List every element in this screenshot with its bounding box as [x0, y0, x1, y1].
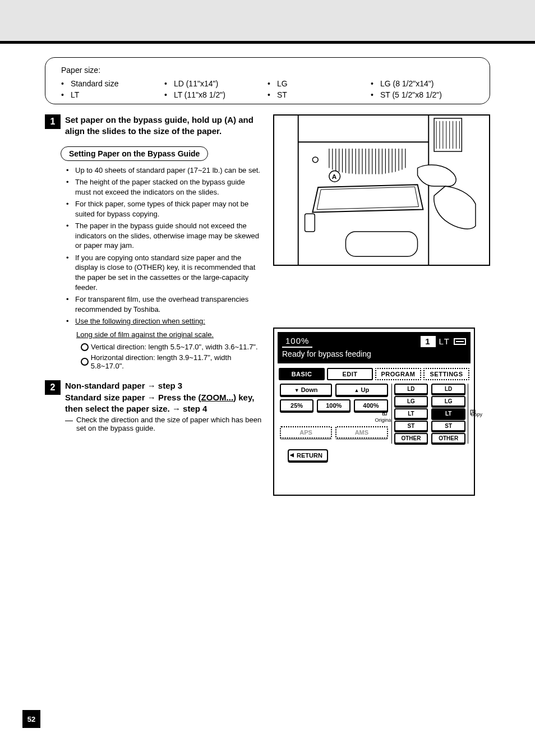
- tip-direction-v: Vertical direction: length 5.5~17.0", wi…: [45, 343, 262, 351]
- step-text: Non-standard paper → step 3 Standard siz…: [65, 380, 262, 414]
- original-icon: ◱: [382, 409, 387, 416]
- svg-rect-3: [434, 118, 462, 151]
- down-button[interactable]: ▼ Down: [280, 384, 332, 396]
- size-item: LT: [61, 90, 164, 99]
- svg-point-13: [312, 157, 318, 163]
- size-item: Standard size: [61, 79, 164, 88]
- tip: The paper in the bypass guide should not…: [66, 221, 262, 251]
- paper-size-indicator: LT: [439, 336, 450, 347]
- orig-other-button[interactable]: OTHER: [394, 433, 428, 444]
- tip-direction-h: Horizontal direction: length 3.9~11.7", …: [45, 353, 262, 370]
- tip: For thick paper, some types of thick pap…: [66, 199, 262, 219]
- tip: The height of the paper stacked on the b…: [66, 177, 262, 197]
- tab-basic[interactable]: BASIC: [279, 368, 325, 380]
- tip-direction-lead: Use the following direction when setting…: [75, 317, 205, 325]
- step-number: 2: [45, 380, 61, 395]
- lcd-panel: 100% 1 LT Ready for bypass feeding BASIC…: [273, 328, 475, 496]
- size-item: ST (5 1/2"x8 1/2"): [371, 90, 474, 99]
- orig-ld-button[interactable]: LD: [394, 384, 428, 394]
- left-column: 1 Set paper on the bypass guide, hold up…: [45, 114, 262, 496]
- copy-ld-button[interactable]: LD: [431, 384, 465, 394]
- step-1: 1 Set paper on the bypass guide, hold up…: [45, 114, 262, 137]
- original-label: Original: [375, 417, 393, 423]
- header-band: [0, 0, 535, 41]
- copy-other-button[interactable]: OTHER: [431, 433, 465, 444]
- tip-sub-c: Horizontal direction: length 3.9~11.7", …: [91, 353, 262, 370]
- size-item: LT (11"x8 1/2"): [164, 90, 268, 99]
- step-number: 1: [45, 114, 61, 129]
- orig-lg-button[interactable]: LG: [394, 396, 428, 407]
- lcd-status-bar: 100% 1 LT Ready for bypass feeding: [278, 332, 471, 363]
- tip-sub-b: Vertical direction: length 5.5~17.0", wi…: [91, 343, 258, 351]
- svg-text:A: A: [332, 173, 337, 181]
- size-item: LG: [268, 79, 371, 88]
- tip-sub-a: Long side of film against the original s…: [45, 330, 262, 340]
- tips-heading: Setting Paper on the Bypass Guide: [61, 146, 208, 161]
- radio-icon: [81, 343, 89, 351]
- tip-direction: Use the following direction when setting…: [66, 316, 262, 326]
- copy-st-button[interactable]: ST: [431, 421, 465, 431]
- size-item: ST: [268, 90, 371, 99]
- printer-illustration: A: [273, 114, 490, 266]
- ams-button[interactable]: AMS: [335, 426, 388, 439]
- right-column: A 100% 1 LT Re: [273, 114, 490, 496]
- svg-rect-16: [305, 214, 315, 232]
- tip: For transparent film, use the overhead t…: [66, 294, 262, 314]
- tips-list: Up to 40 sheets of standard paper (17~21…: [50, 165, 262, 326]
- tab-edit[interactable]: EDIT: [327, 368, 373, 380]
- return-button[interactable]: RETURN: [288, 449, 328, 462]
- copy-lg-button[interactable]: LG: [431, 396, 465, 407]
- zoom-100-button[interactable]: 100%: [317, 399, 350, 412]
- copy-lt-button[interactable]: LT: [431, 408, 465, 419]
- step2-note: — Check the direction and the size of pa…: [45, 416, 262, 432]
- tab-settings[interactable]: SETTINGS: [423, 368, 469, 380]
- radio-icon: [81, 358, 89, 366]
- tab-program[interactable]: PROGRAM: [375, 368, 421, 380]
- zoom-percent: 100%: [282, 335, 312, 348]
- up-button[interactable]: ▲ Up: [335, 384, 388, 396]
- tip: Up to 40 sheets of standard paper (17~21…: [66, 165, 262, 176]
- sizes-label: Paper size:: [61, 66, 474, 75]
- size-item: LD (11"x14"): [164, 79, 268, 88]
- svg-rect-17: [345, 232, 417, 256]
- step-2: 2 Non-standard paper → step 3 Standard s…: [45, 380, 262, 432]
- tip: If you are copying onto standard size pa…: [66, 253, 262, 292]
- copy-count: 1: [421, 336, 435, 347]
- orig-st-button[interactable]: ST: [394, 421, 428, 431]
- zoom-25-button[interactable]: 25%: [280, 399, 313, 412]
- bypass-tray-icon: [454, 338, 466, 345]
- paper-sizes-box: Paper size: Standard size LD (11"x14") L…: [45, 57, 490, 104]
- lcd-tabs: BASIC EDIT PROGRAM SETTINGS: [278, 368, 471, 380]
- copy-icon: ◳: [470, 408, 476, 416]
- aps-button[interactable]: APS: [280, 426, 332, 439]
- orig-lt-button[interactable]: LT: [394, 408, 428, 419]
- lcd-status-text: Ready for bypass feeding: [282, 349, 466, 359]
- page-number: 52: [22, 710, 40, 728]
- size-item: LG (8 1/2"x14"): [371, 79, 474, 88]
- step-text: Set paper on the bypass guide, hold up (…: [65, 114, 262, 137]
